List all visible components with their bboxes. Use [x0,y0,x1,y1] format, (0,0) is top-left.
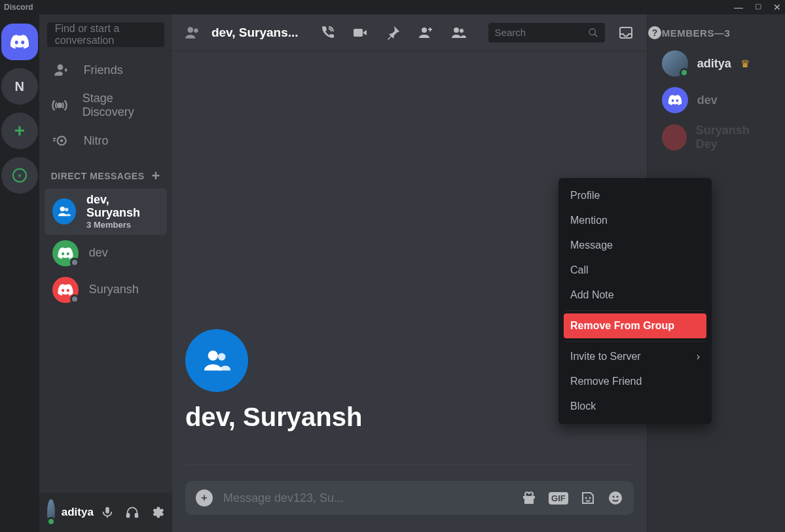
user-settings-button[interactable] [150,505,164,520]
chat-header: dev, Suryans... Search ? [172,14,647,51]
member-context-menu: Profile Mention Message Call Add Note Re… [558,178,712,424]
user-panel: aditya [39,493,172,532]
window-maximize-button[interactable]: ▢ [755,2,761,12]
svg-point-23 [589,497,591,499]
dm-section-label: DIRECT MESSAGES [51,171,145,181]
group-header-icon [184,24,201,41]
ctx-profile[interactable]: Profile [564,183,706,208]
home-button[interactable] [1,24,38,60]
gif-button[interactable]: GIF [549,492,568,505]
ctx-block[interactable]: Block [564,394,706,419]
svg-point-18 [208,351,217,361]
nav-nitro-label: Nitro [84,134,109,148]
avatar [52,240,79,266]
nav-stage-label: Stage Discovery [82,92,160,119]
svg-rect-7 [135,514,137,518]
server-n[interactable]: N [1,68,38,105]
member-dev[interactable]: dev [657,82,776,118]
svg-point-19 [218,353,226,361]
group-welcome-avatar-icon [185,329,248,392]
svg-point-24 [609,491,622,505]
add-server-button[interactable]: + [1,113,38,149]
self-username: aditya [62,506,94,519]
window-close-button[interactable]: ✕ [773,2,781,12]
help-button[interactable]: ? [647,25,663,41]
dm-item-group[interactable]: dev, Suryansh 3 Members [45,188,167,235]
dm-section-header: DIRECT MESSAGES + [39,164,172,188]
avatar [662,87,688,113]
svg-point-3 [60,139,63,142]
ctx-mention[interactable]: Mention [564,208,706,233]
emoji-button[interactable] [608,490,623,506]
app-brand: Discord [4,3,33,12]
add-friends-to-dm-button[interactable] [418,25,433,41]
channel-sidebar: Find or start a conversation Friends Sta… [39,14,172,532]
compass-icon [12,168,27,183]
gift-button[interactable] [521,490,537,506]
member-name: Suryansh Dey [696,124,771,151]
svg-point-26 [616,496,618,498]
svg-point-9 [194,28,198,33]
composer-attach-button[interactable]: + [196,489,213,506]
nav-nitro[interactable]: Nitro [39,126,172,156]
member-aditya[interactable]: aditya ♛ [657,45,776,82]
server-rail: N + [0,14,39,532]
ctx-separator [565,341,705,342]
dm-item-name: dev, Suryansh [86,194,159,220]
svg-rect-10 [354,29,363,37]
pinned-messages-button[interactable] [385,25,401,41]
member-suryansh[interactable]: Suryansh Dey [657,118,776,156]
svg-point-14 [589,29,595,35]
svg-point-8 [187,27,193,33]
svg-point-25 [612,496,614,498]
inbox-button[interactable] [618,25,634,41]
ctx-call[interactable]: Call [564,258,706,283]
svg-point-5 [65,208,69,212]
window-titlebar: Discord — ▢ ✕ [0,0,785,14]
window-minimize-button[interactable]: — [734,2,743,12]
nav-friends-label: Friends [84,63,123,77]
search-input[interactable]: Search [488,23,605,43]
group-avatar-icon [52,198,76,224]
dm-item-sub: 3 Members [86,220,159,230]
find-conversation-placeholder: Find or start a conversation [55,23,156,46]
chat-title: dev, Suryans... [211,26,299,40]
svg-point-13 [460,29,464,33]
ctx-message[interactable]: Message [564,233,706,258]
svg-point-12 [454,27,459,33]
dm-item-name: dev [89,247,108,260]
svg-text:?: ? [651,27,657,38]
dm-item-suryansh[interactable]: Suryansh [45,272,167,308]
svg-point-4 [60,207,64,211]
nitro-icon [51,132,69,149]
sticker-button[interactable] [580,490,596,506]
avatar [662,50,688,77]
nav-friends[interactable]: Friends [39,55,172,85]
svg-point-11 [422,27,427,33]
chevron-right-icon: › [697,351,700,363]
discord-logo-icon [10,35,29,49]
self-avatar[interactable] [47,499,55,525]
chat-divider [185,465,634,465]
avatar [662,124,687,151]
crown-icon: ♛ [740,58,750,70]
ctx-remove-from-group[interactable]: Remove From Group [564,313,706,338]
start-voice-call-button[interactable] [319,25,335,41]
show-member-list-button[interactable] [450,25,466,41]
ctx-remove-friend[interactable]: Remove Friend [564,369,706,394]
nav-stage-discovery[interactable]: Stage Discovery [39,85,172,126]
composer-placeholder: Message dev123, Su... [223,491,511,505]
start-video-call-button[interactable] [352,25,368,41]
create-dm-button[interactable]: + [152,168,160,185]
search-icon [588,27,598,38]
mute-mic-button[interactable] [100,505,115,520]
member-name: dev [697,94,718,107]
deafen-button[interactable] [125,505,139,520]
find-conversation-input[interactable]: Find or start a conversation [47,22,164,47]
ctx-invite-to-server[interactable]: Invite to Server › [564,344,706,369]
message-composer[interactable]: + Message dev123, Su... GIF [185,481,634,515]
ctx-add-note[interactable]: Add Note [564,283,706,308]
dm-item-dev[interactable]: dev [45,235,167,272]
friends-icon [51,62,69,79]
explore-servers-button[interactable] [1,157,38,194]
